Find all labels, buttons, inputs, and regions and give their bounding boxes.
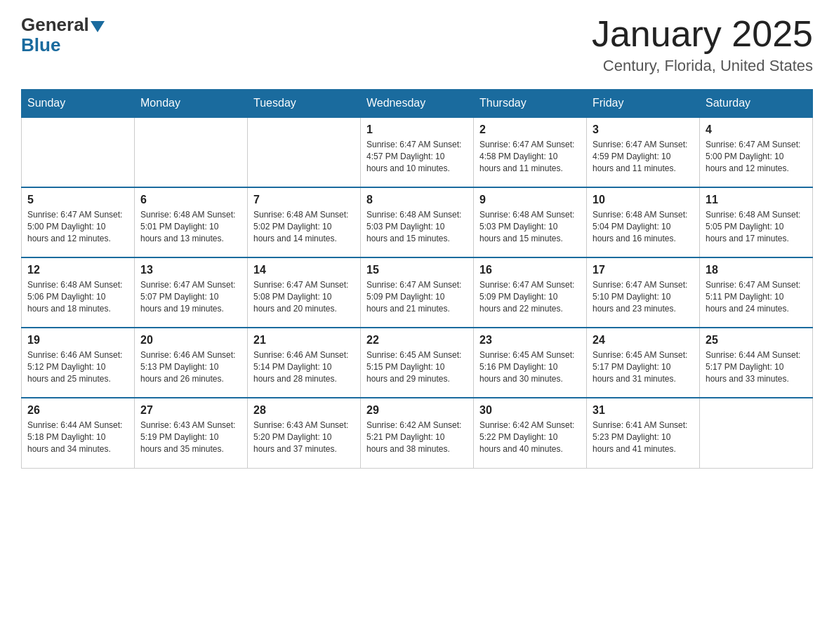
calendar-cell: 4Sunrise: 6:47 AM Sunset: 5:00 PM Daylig…: [700, 117, 813, 187]
day-info: Sunrise: 6:48 AM Sunset: 5:02 PM Dayligh…: [253, 209, 355, 244]
day-info: Sunrise: 6:43 AM Sunset: 5:19 PM Dayligh…: [140, 420, 241, 455]
logo-blue-text: Blue: [21, 34, 60, 56]
day-info: Sunrise: 6:48 AM Sunset: 5:03 PM Dayligh…: [479, 209, 581, 244]
day-number: 6: [140, 194, 241, 206]
day-number: 20: [140, 334, 241, 347]
day-header-saturday: Saturday: [700, 90, 813, 118]
month-title: January 2025: [592, 14, 813, 54]
calendar-cell: 27Sunrise: 6:43 AM Sunset: 5:19 PM Dayli…: [135, 398, 248, 468]
calendar-cell: 9Sunrise: 6:48 AM Sunset: 5:03 PM Daylig…: [474, 187, 587, 257]
day-info: Sunrise: 6:46 AM Sunset: 5:12 PM Dayligh…: [27, 349, 128, 384]
calendar-cell: 14Sunrise: 6:47 AM Sunset: 5:08 PM Dayli…: [248, 257, 361, 328]
page-header: General Blue January 2025 Century, Flori…: [21, 14, 813, 75]
day-info: Sunrise: 6:43 AM Sunset: 5:20 PM Dayligh…: [253, 420, 355, 455]
logo: General Blue: [21, 14, 105, 56]
day-info: Sunrise: 6:48 AM Sunset: 5:04 PM Dayligh…: [593, 209, 694, 244]
day-number: 16: [479, 264, 581, 276]
calendar-cell: 15Sunrise: 6:47 AM Sunset: 5:09 PM Dayli…: [361, 257, 474, 328]
calendar-cell: 25Sunrise: 6:44 AM Sunset: 5:17 PM Dayli…: [700, 328, 813, 398]
day-number: 31: [593, 404, 694, 417]
day-info: Sunrise: 6:45 AM Sunset: 5:15 PM Dayligh…: [366, 349, 468, 384]
day-info: Sunrise: 6:41 AM Sunset: 5:23 PM Dayligh…: [593, 420, 694, 455]
day-number: 21: [253, 334, 355, 347]
calendar-cell: 31Sunrise: 6:41 AM Sunset: 5:23 PM Dayli…: [587, 398, 700, 468]
day-info: Sunrise: 6:42 AM Sunset: 5:22 PM Dayligh…: [479, 420, 581, 455]
day-number: 28: [253, 404, 355, 417]
day-number: 29: [366, 404, 468, 417]
day-number: 4: [706, 123, 807, 136]
day-info: Sunrise: 6:47 AM Sunset: 5:11 PM Dayligh…: [706, 279, 807, 314]
day-info: Sunrise: 6:47 AM Sunset: 5:09 PM Dayligh…: [479, 279, 581, 314]
day-info: Sunrise: 6:47 AM Sunset: 5:09 PM Dayligh…: [366, 279, 468, 314]
calendar-cell: [248, 117, 361, 187]
day-number: 27: [140, 404, 241, 417]
day-info: Sunrise: 6:48 AM Sunset: 5:01 PM Dayligh…: [140, 209, 241, 244]
calendar-cell: 17Sunrise: 6:47 AM Sunset: 5:10 PM Dayli…: [587, 257, 700, 328]
calendar-cell: 26Sunrise: 6:44 AM Sunset: 5:18 PM Dayli…: [22, 398, 135, 468]
calendar-cell: 2Sunrise: 6:47 AM Sunset: 4:58 PM Daylig…: [474, 117, 587, 187]
day-header-thursday: Thursday: [474, 90, 587, 118]
day-info: Sunrise: 6:47 AM Sunset: 5:08 PM Dayligh…: [253, 279, 355, 314]
calendar-cell: 21Sunrise: 6:46 AM Sunset: 5:14 PM Dayli…: [248, 328, 361, 398]
calendar-cell: 5Sunrise: 6:47 AM Sunset: 5:00 PM Daylig…: [22, 187, 135, 257]
calendar-cell: 23Sunrise: 6:45 AM Sunset: 5:16 PM Dayli…: [474, 328, 587, 398]
calendar-cell: 24Sunrise: 6:45 AM Sunset: 5:17 PM Dayli…: [587, 328, 700, 398]
day-number: 2: [479, 123, 581, 136]
day-number: 30: [479, 404, 581, 417]
calendar-week-row: 5Sunrise: 6:47 AM Sunset: 5:00 PM Daylig…: [22, 187, 813, 257]
day-info: Sunrise: 6:47 AM Sunset: 5:10 PM Dayligh…: [593, 279, 694, 314]
calendar-cell: [22, 117, 135, 187]
logo-general-text: General: [21, 14, 89, 36]
calendar-cell: 19Sunrise: 6:46 AM Sunset: 5:12 PM Dayli…: [22, 328, 135, 398]
day-number: 24: [593, 334, 694, 347]
calendar-week-row: 19Sunrise: 6:46 AM Sunset: 5:12 PM Dayli…: [22, 328, 813, 398]
day-number: 10: [593, 194, 694, 206]
calendar-cell: 29Sunrise: 6:42 AM Sunset: 5:21 PM Dayli…: [361, 398, 474, 468]
day-info: Sunrise: 6:47 AM Sunset: 5:00 PM Dayligh…: [27, 209, 128, 244]
calendar-cell: [700, 398, 813, 468]
day-header-wednesday: Wednesday: [361, 90, 474, 118]
day-info: Sunrise: 6:47 AM Sunset: 5:00 PM Dayligh…: [706, 139, 807, 174]
day-number: 23: [479, 334, 581, 347]
day-info: Sunrise: 6:47 AM Sunset: 4:58 PM Dayligh…: [479, 139, 581, 174]
day-number: 18: [706, 264, 807, 276]
calendar-cell: 13Sunrise: 6:47 AM Sunset: 5:07 PM Dayli…: [135, 257, 248, 328]
calendar-cell: [135, 117, 248, 187]
day-number: 7: [253, 194, 355, 206]
day-info: Sunrise: 6:45 AM Sunset: 5:16 PM Dayligh…: [479, 349, 581, 384]
day-number: 1: [366, 123, 468, 136]
calendar-cell: 20Sunrise: 6:46 AM Sunset: 5:13 PM Dayli…: [135, 328, 248, 398]
calendar-cell: 6Sunrise: 6:48 AM Sunset: 5:01 PM Daylig…: [135, 187, 248, 257]
title-section: January 2025 Century, Florida, United St…: [592, 14, 813, 75]
day-header-tuesday: Tuesday: [248, 90, 361, 118]
calendar-week-row: 1Sunrise: 6:47 AM Sunset: 4:57 PM Daylig…: [22, 117, 813, 187]
day-number: 17: [593, 264, 694, 276]
calendar-cell: 11Sunrise: 6:48 AM Sunset: 5:05 PM Dayli…: [700, 187, 813, 257]
day-info: Sunrise: 6:48 AM Sunset: 5:06 PM Dayligh…: [27, 279, 128, 314]
day-header-sunday: Sunday: [22, 90, 135, 118]
calendar-header-row: SundayMondayTuesdayWednesdayThursdayFrid…: [22, 90, 813, 118]
day-number: 3: [593, 123, 694, 136]
day-number: 13: [140, 264, 241, 276]
day-number: 9: [479, 194, 581, 206]
day-number: 26: [27, 404, 128, 417]
day-number: 12: [27, 264, 128, 276]
day-number: 5: [27, 194, 128, 206]
day-number: 22: [366, 334, 468, 347]
day-number: 11: [706, 194, 807, 206]
calendar-cell: 8Sunrise: 6:48 AM Sunset: 5:03 PM Daylig…: [361, 187, 474, 257]
day-number: 8: [366, 194, 468, 206]
logo-triangle-icon: [91, 21, 105, 32]
calendar-cell: 7Sunrise: 6:48 AM Sunset: 5:02 PM Daylig…: [248, 187, 361, 257]
day-info: Sunrise: 6:47 AM Sunset: 4:59 PM Dayligh…: [593, 139, 694, 174]
day-info: Sunrise: 6:48 AM Sunset: 5:03 PM Dayligh…: [366, 209, 468, 244]
calendar-cell: 22Sunrise: 6:45 AM Sunset: 5:15 PM Dayli…: [361, 328, 474, 398]
calendar-cell: 28Sunrise: 6:43 AM Sunset: 5:20 PM Dayli…: [248, 398, 361, 468]
calendar-cell: 10Sunrise: 6:48 AM Sunset: 5:04 PM Dayli…: [587, 187, 700, 257]
calendar-cell: 12Sunrise: 6:48 AM Sunset: 5:06 PM Dayli…: [22, 257, 135, 328]
day-info: Sunrise: 6:45 AM Sunset: 5:17 PM Dayligh…: [593, 349, 694, 384]
calendar-cell: 1Sunrise: 6:47 AM Sunset: 4:57 PM Daylig…: [361, 117, 474, 187]
day-info: Sunrise: 6:44 AM Sunset: 5:17 PM Dayligh…: [706, 349, 807, 384]
calendar-cell: 3Sunrise: 6:47 AM Sunset: 4:59 PM Daylig…: [587, 117, 700, 187]
day-number: 19: [27, 334, 128, 347]
